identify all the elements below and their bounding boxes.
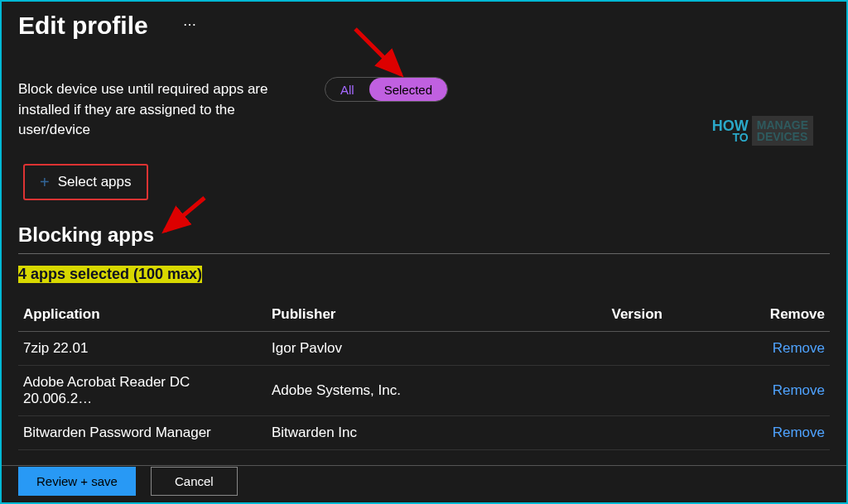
- remove-link[interactable]: Remove: [773, 382, 825, 398]
- col-application[interactable]: Application: [18, 298, 267, 332]
- cell-version: [606, 415, 755, 449]
- table-row: Bitwarden Password ManagerBitwarden IncR…: [18, 415, 830, 449]
- col-version[interactable]: Version: [606, 298, 755, 332]
- toggle-selected[interactable]: Selected: [369, 78, 447, 101]
- table-row: 7zip 22.01Igor PavlovRemove: [18, 331, 830, 365]
- footer-divider: [2, 465, 846, 466]
- remove-link[interactable]: Remove: [773, 340, 825, 356]
- apps-selected-count: 4 apps selected (100 max): [18, 266, 202, 283]
- page-title: Edit profile: [2, 2, 165, 40]
- review-save-button[interactable]: Review + save: [18, 467, 136, 496]
- cell-application: Bitwarden Password Manager: [18, 415, 267, 449]
- cell-version: [606, 365, 755, 415]
- cell-publisher: Bitwarden Inc: [267, 415, 606, 449]
- col-publisher[interactable]: Publisher: [267, 298, 606, 332]
- cell-application: 7zip 22.01: [18, 331, 267, 365]
- section-divider: [18, 253, 830, 254]
- setting-label: Block device use until required apps are…: [18, 79, 292, 141]
- more-menu-icon[interactable]: ⋯: [183, 17, 198, 32]
- block-device-toggle[interactable]: All Selected: [325, 77, 448, 102]
- apps-table: Application Publisher Version Remove 7zi…: [18, 298, 830, 450]
- cell-application: Adobe Acrobat Reader DC 20.006.2…: [18, 365, 267, 415]
- toggle-all[interactable]: All: [325, 78, 369, 101]
- col-remove: Remove: [755, 298, 830, 332]
- cancel-button[interactable]: Cancel: [151, 467, 238, 496]
- remove-link[interactable]: Remove: [773, 425, 825, 440]
- section-title-blocking-apps: Blocking apps: [2, 200, 846, 253]
- plus-icon: +: [40, 174, 50, 190]
- table-row: Adobe Acrobat Reader DC 20.006.2…Adobe S…: [18, 365, 830, 415]
- select-apps-label: Select apps: [58, 174, 132, 190]
- cell-publisher: Igor Pavlov: [267, 331, 606, 365]
- cell-version: [606, 331, 755, 365]
- select-apps-button[interactable]: + Select apps: [23, 164, 148, 200]
- cell-publisher: Adobe Systems, Inc.: [267, 365, 606, 415]
- watermark: HOW TO MANAGE DEVICES: [712, 116, 813, 146]
